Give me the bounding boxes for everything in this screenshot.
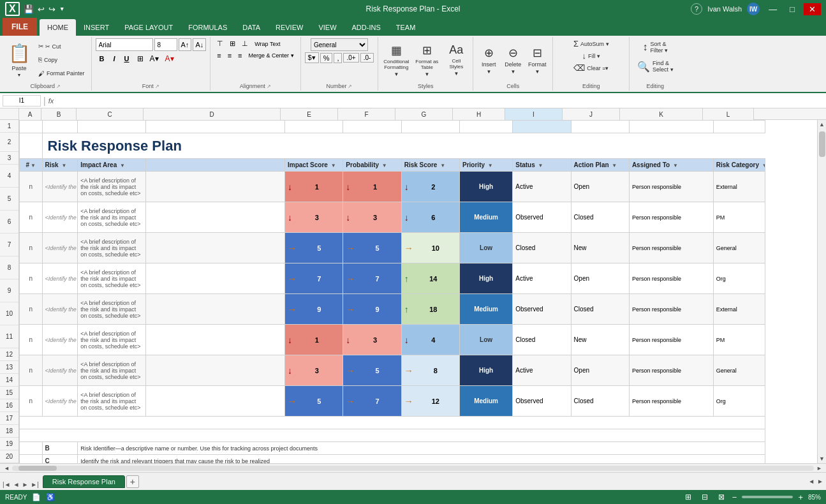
header-hash[interactable]: #▼: [20, 159, 43, 172]
cell-7-impact-score[interactable]: → 7: [285, 263, 343, 294]
tab-insert[interactable]: INSERT: [76, 19, 117, 36]
wrap-text-btn[interactable]: Wrap Text: [252, 40, 283, 48]
h-scroll-thumb[interactable]: [18, 466, 57, 471]
font-color-btn[interactable]: A▾: [163, 53, 177, 64]
header-risk-category[interactable]: Risk Category ▼: [713, 159, 765, 172]
border-btn[interactable]: ⊞: [135, 53, 146, 64]
cell-5-status[interactable]: Observed: [513, 202, 571, 233]
cell-6-risk[interactable]: <Identify the risk>: [42, 233, 78, 263]
cell-8-hash[interactable]: n: [20, 294, 43, 325]
cell-E1[interactable]: [285, 121, 343, 133]
comma-btn[interactable]: ,: [334, 53, 342, 63]
align-center-btn[interactable]: ≡: [225, 50, 234, 61]
cell-L1[interactable]: [713, 121, 765, 133]
scroll-up-arrow[interactable]: ▲: [818, 120, 826, 129]
dec-decrease-btn[interactable]: .0-: [360, 53, 374, 63]
cell-4-impact-area[interactable]: <A brief description of the risk and its…: [78, 172, 146, 202]
cell-9-impact-area[interactable]: <A brief description of the risk and its…: [78, 325, 146, 355]
cell-5-assigned[interactable]: Person responsible: [629, 202, 713, 233]
bold-button[interactable]: B: [96, 52, 108, 65]
header-priority[interactable]: Priority ▼: [460, 159, 513, 172]
normal-view-btn[interactable]: ⊞: [682, 491, 694, 503]
cell-6-priority[interactable]: Low: [460, 233, 513, 263]
cell-6-hash[interactable]: n: [20, 233, 43, 263]
currency-btn[interactable]: $▾: [305, 52, 319, 63]
col-header-K[interactable]: K: [620, 108, 703, 120]
format-button[interactable]: ⊟ Format ▼: [526, 42, 549, 78]
col-header-F[interactable]: F: [338, 108, 395, 120]
cell-6-status[interactable]: Closed: [513, 233, 571, 263]
font-name-input[interactable]: [96, 38, 153, 51]
cell-8-status[interactable]: Observed: [513, 294, 571, 325]
cell-F1[interactable]: [343, 121, 401, 133]
fill-button[interactable]: ↓ Fill ▾: [580, 50, 603, 61]
cell-5-risk-score[interactable]: ↓ 6: [401, 202, 459, 233]
header-probability[interactable]: Probability ▼: [343, 159, 401, 172]
header-impact-area[interactable]: Impact Area ▼: [78, 159, 146, 172]
clipboard-expand-icon[interactable]: ↗: [56, 84, 61, 89]
cell-6-impact-area[interactable]: <A brief description of the risk and its…: [78, 233, 146, 263]
quick-access-dropdown[interactable]: ▼: [59, 6, 65, 12]
add-sheet-button[interactable]: +: [126, 475, 139, 488]
align-left-btn[interactable]: ≡: [214, 50, 223, 61]
cell-15-b[interactable]: C: [42, 455, 78, 464]
cell-4-status[interactable]: Active: [513, 172, 571, 202]
cell-10-assigned[interactable]: Person responsible: [629, 355, 713, 386]
tab-home[interactable]: HOME: [40, 19, 76, 36]
page-break-preview-btn[interactable]: ⊠: [716, 491, 727, 503]
sheet-scroll-left[interactable]: ◄: [808, 478, 815, 485]
cell-9-hash[interactable]: n: [20, 325, 43, 355]
cell-G1[interactable]: [401, 121, 459, 133]
sheet-nav-first[interactable]: |◄: [3, 481, 11, 488]
cell-8-risk-score[interactable]: ↑ 18: [401, 294, 459, 325]
cell-10-status[interactable]: Active: [513, 355, 571, 386]
conditional-formatting-button[interactable]: ▦ Conditional Formatting ▼: [382, 42, 410, 78]
cell-10-impact-score[interactable]: ↓ 3: [285, 355, 343, 386]
cell-5-d[interactable]: [145, 202, 284, 233]
cell-14-b[interactable]: B: [42, 442, 78, 455]
cell-6-action[interactable]: New: [571, 233, 629, 263]
number-expand-icon[interactable]: ↗: [348, 84, 352, 89]
cell-7-impact-area[interactable]: <A brief description of the risk and its…: [78, 263, 146, 294]
h-scroll-track[interactable]: [12, 466, 814, 471]
cond-fmt-dropdown[interactable]: ▼: [394, 71, 399, 77]
cell-8-probability[interactable]: → 9: [343, 294, 401, 325]
cell-5-action[interactable]: Closed: [571, 202, 629, 233]
cell-4-priority[interactable]: High: [460, 172, 513, 202]
cell-D1[interactable]: [145, 121, 284, 133]
cell-7-assigned[interactable]: Person responsible: [629, 263, 713, 294]
delete-button[interactable]: ⊖ Delete ▼: [501, 42, 524, 78]
cell-11-assigned[interactable]: Person responsible: [629, 386, 713, 417]
clear-button[interactable]: ⌫ Clear =▾: [571, 63, 611, 73]
font-decrease-btn[interactable]: A↓: [193, 38, 206, 51]
col-header-D[interactable]: D: [144, 108, 281, 120]
cell-5-category[interactable]: PM: [713, 202, 765, 233]
cell-10-d[interactable]: [145, 355, 284, 386]
cell-10-category[interactable]: General: [713, 355, 765, 386]
cell-8-action[interactable]: Closed: [571, 294, 629, 325]
align-right-btn[interactable]: ≡: [235, 50, 244, 61]
insert-button[interactable]: ⊕ Insert ▼: [477, 42, 500, 78]
cell-11-status[interactable]: Observed: [513, 386, 571, 417]
cell-11-impact-score[interactable]: → 5: [285, 386, 343, 417]
cell-J1[interactable]: [571, 121, 629, 133]
font-expand-icon[interactable]: ↗: [155, 84, 159, 89]
fmt-table-dropdown[interactable]: ▼: [424, 71, 429, 77]
sheet-nav-next[interactable]: ►: [22, 481, 28, 488]
find-select-button[interactable]: 🔍 Find &Select ▾: [635, 57, 676, 75]
cell-7-action[interactable]: Open: [571, 263, 629, 294]
cell-A2[interactable]: [20, 133, 43, 159]
cell-9-assigned[interactable]: Person responsible: [629, 325, 713, 355]
col-header-B[interactable]: B: [41, 108, 77, 120]
cell-4-probability[interactable]: ↓ 1: [343, 172, 401, 202]
font-size-input[interactable]: [154, 38, 177, 51]
cell-6-probability[interactable]: → 5: [343, 233, 401, 263]
cell-5-priority[interactable]: Medium: [460, 202, 513, 233]
cell-11-action[interactable]: Closed: [571, 386, 629, 417]
cell-11-risk-score[interactable]: → 12: [401, 386, 459, 417]
italic-button[interactable]: I: [109, 52, 119, 65]
cell-13[interactable]: [20, 429, 765, 442]
col-header-E[interactable]: E: [281, 108, 338, 120]
cell-9-risk-score[interactable]: ↓ 4: [401, 325, 459, 355]
sort-filter-button[interactable]: ↕ Sort &Filter ▾: [640, 38, 671, 56]
